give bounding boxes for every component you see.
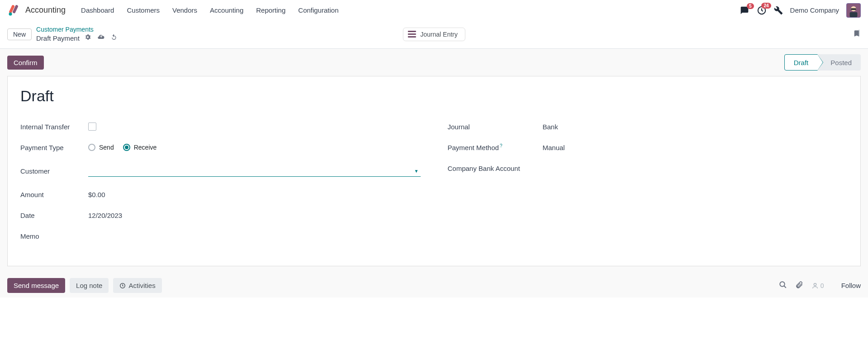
- label-memo: Memo: [20, 232, 88, 240]
- radio-send-icon: [88, 144, 95, 151]
- internal-transfer-checkbox[interactable]: [88, 123, 96, 131]
- label-payment-method: Payment Method?: [448, 143, 543, 151]
- control-bar: New Customer Payments Draft Payment: [0, 21, 868, 49]
- followers-count[interactable]: 0: [811, 282, 824, 289]
- follow-button[interactable]: Follow: [841, 282, 861, 289]
- radio-receive-label: Receive: [134, 144, 157, 151]
- date-value[interactable]: 12/20/2023: [88, 212, 421, 219]
- svg-point-2: [9, 12, 12, 15]
- label-journal: Journal: [448, 123, 543, 131]
- bookmark-icon[interactable]: [853, 28, 861, 40]
- activities-label: Activities: [128, 282, 155, 289]
- label-date: Date: [20, 212, 88, 219]
- breadcrumb: Customer Payments Draft Payment: [36, 25, 118, 43]
- send-message-button[interactable]: Send message: [7, 278, 65, 293]
- svg-point-10: [814, 283, 816, 285]
- radio-receive-icon: [123, 144, 130, 151]
- nav-right: 5 24 Demo Company: [740, 3, 861, 18]
- user-avatar[interactable]: [846, 3, 861, 18]
- svg-point-9: [780, 282, 785, 287]
- journal-entry-label: Journal Entry: [420, 31, 457, 38]
- record-title: Draft: [20, 87, 848, 105]
- status-bar: Draft Posted: [784, 54, 861, 71]
- nav-left: Accounting Dashboard Customers Vendors A…: [7, 0, 344, 21]
- form-sheet: Draft Internal Transfer Payment Type Sen…: [7, 76, 861, 266]
- radio-send-label: Send: [99, 144, 114, 151]
- label-company-bank: Company Bank Account: [448, 165, 543, 172]
- navbar: Accounting Dashboard Customers Vendors A…: [0, 0, 868, 21]
- sheet-container: Draft Internal Transfer Payment Type Sen…: [0, 76, 868, 273]
- form-left-column: Internal Transfer Payment Type Send Rece…: [20, 118, 421, 248]
- clock-icon: [119, 283, 126, 289]
- customer-input[interactable]: [88, 165, 421, 177]
- nav-menu-accounting[interactable]: Accounting: [204, 0, 249, 21]
- breadcrumb-current: Draft Payment: [36, 34, 80, 43]
- label-customer: Customer: [20, 167, 88, 175]
- status-draft[interactable]: Draft: [784, 54, 818, 71]
- activities-button[interactable]: Activities: [113, 278, 161, 293]
- person-icon: [811, 282, 819, 289]
- messages-badge: 5: [747, 3, 754, 9]
- cloud-save-icon[interactable]: [97, 33, 105, 43]
- journal-value[interactable]: Bank: [543, 123, 848, 131]
- nav-menu-customers[interactable]: Customers: [121, 0, 165, 21]
- label-internal-transfer: Internal Transfer: [20, 123, 88, 131]
- journal-entry-toggle[interactable]: Journal Entry: [403, 28, 465, 41]
- form-right-column: Journal Bank Payment Method? Manual Comp…: [448, 118, 848, 248]
- chatter-bar: Send message Log note Activities 0 Follo…: [0, 273, 868, 297]
- nav-menu-configuration[interactable]: Configuration: [293, 0, 344, 21]
- log-note-button[interactable]: Log note: [70, 278, 109, 293]
- label-amount: Amount: [20, 191, 88, 198]
- svg-rect-7: [850, 12, 858, 17]
- activities-icon[interactable]: 24: [757, 5, 767, 15]
- discard-icon[interactable]: [110, 33, 118, 43]
- payment-type-send[interactable]: Send: [88, 144, 114, 151]
- payment-type-group: Send Receive: [88, 144, 157, 151]
- attachment-icon[interactable]: [795, 281, 803, 290]
- burger-icon: [408, 31, 416, 38]
- nav-menu-dashboard[interactable]: Dashboard: [76, 0, 119, 21]
- new-button[interactable]: New: [7, 28, 32, 40]
- nav-menu-reporting[interactable]: Reporting: [251, 0, 291, 21]
- action-bar: Confirm Draft Posted: [0, 49, 868, 76]
- amount-value[interactable]: $0.00: [88, 191, 421, 198]
- gear-icon[interactable]: [84, 33, 91, 43]
- activities-badge: 24: [761, 3, 771, 9]
- messages-icon[interactable]: 5: [740, 6, 749, 15]
- payment-type-receive[interactable]: Receive: [123, 144, 157, 151]
- nav-menu-vendors[interactable]: Vendors: [167, 0, 203, 21]
- svg-rect-6: [851, 8, 856, 10]
- tools-icon[interactable]: [774, 6, 783, 15]
- breadcrumb-parent[interactable]: Customer Payments: [36, 25, 118, 33]
- label-payment-type: Payment Type: [20, 144, 88, 151]
- status-posted[interactable]: Posted: [818, 54, 861, 71]
- app-name[interactable]: Accounting: [25, 5, 66, 15]
- confirm-button[interactable]: Confirm: [7, 56, 44, 70]
- company-switcher[interactable]: Demo Company: [790, 6, 839, 14]
- app-icon[interactable]: [7, 4, 20, 17]
- payment-method-value[interactable]: Manual: [543, 144, 848, 151]
- help-icon[interactable]: ?: [500, 143, 503, 148]
- search-icon[interactable]: [779, 281, 787, 290]
